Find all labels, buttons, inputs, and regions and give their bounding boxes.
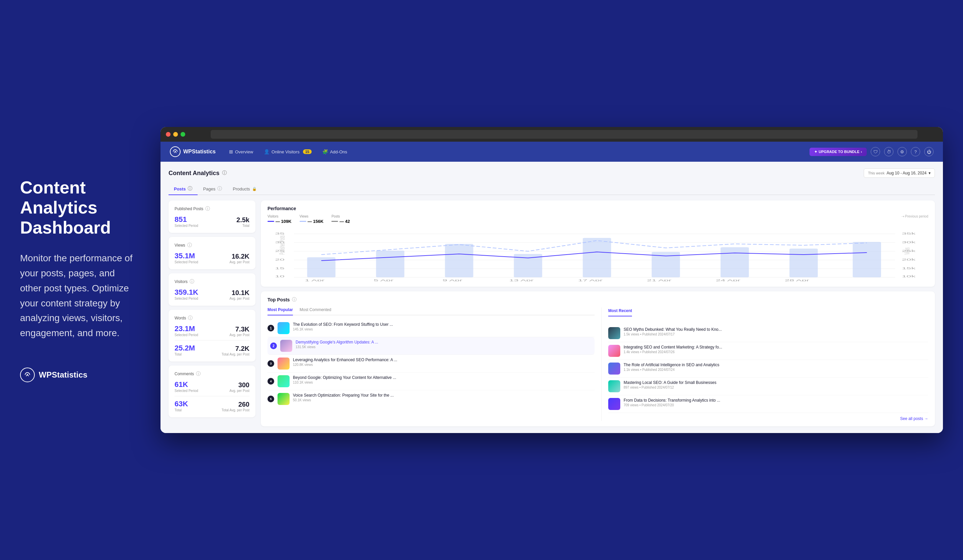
app-logo-icon <box>170 146 180 157</box>
published-posts-card: Published Posts ⓘ 851 Selected Period 2.… <box>169 201 255 233</box>
products-lock-icon: 🔒 <box>252 187 257 191</box>
svg-rect-28 <box>853 242 881 277</box>
left-panel: Content Analytics Dashboard Monitor the … <box>0 151 154 409</box>
svg-text:Published Posts: Published Posts <box>278 236 286 255</box>
shield-icon-btn[interactable]: 🛡 <box>871 147 880 156</box>
power-icon-btn[interactable]: ⏻ <box>924 147 934 156</box>
date-range-button[interactable]: This week Aug 10 - Aug 16, 2024 ▾ <box>864 168 935 178</box>
legend-visitors: Visitors — 109K <box>268 215 292 224</box>
posts-tab-info-icon: ⓘ <box>188 186 192 192</box>
recent-post-meta-1: 1.5k views • Published 2024/07/17 <box>624 332 928 336</box>
overview-icon: ⊞ <box>229 149 233 154</box>
app-logo-text: WPStatistics <box>183 149 216 155</box>
recent-post-title-5: From Data to Decisions: Transforming Ana… <box>624 398 928 403</box>
recent-post-item-1: SEO Myths Debunked: What You Really Need… <box>608 324 928 342</box>
views-info-icon: ⓘ <box>187 242 192 248</box>
see-all-posts-link[interactable]: See all posts → <box>608 416 928 421</box>
help-icon-btn[interactable]: ? <box>911 147 920 156</box>
nav-items: ⊞ Overview 👤 Online Visitors 15 🧩 Add-On… <box>229 149 809 154</box>
post-rank-1: 1 <box>268 325 274 332</box>
comments-card: Comments ⓘ 61K Selected Period 300 Avg. … <box>169 366 255 418</box>
tab-posts[interactable]: Posts ⓘ <box>169 183 198 195</box>
tab-products[interactable]: Products 🔒 <box>227 183 262 195</box>
tab-most-popular[interactable]: Most Popular <box>268 308 293 316</box>
upgrade-icon: ✦ <box>814 150 817 154</box>
svg-text:28 Apr: 28 Apr <box>785 279 809 281</box>
recent-post-meta-3: 1.1k views • Published 2024/07/24 <box>624 368 928 372</box>
published-posts-info-icon: ⓘ <box>205 206 210 212</box>
svg-text:35k: 35k <box>902 232 916 235</box>
svg-text:35: 35 <box>275 232 285 235</box>
words-card: Words ⓘ 23.1M Selected Period 7.3K Avg. … <box>169 310 255 361</box>
nav-overview[interactable]: ⊞ Overview <box>229 149 253 154</box>
tab-pages[interactable]: Pages ⓘ <box>198 183 227 195</box>
post-info-2: Demystifying Google's Algorithm Updates:… <box>296 340 592 349</box>
svg-text:10k: 10k <box>902 275 916 278</box>
views-header: Views ⓘ <box>175 242 250 248</box>
recent-post-meta-2: 1.4k views • Published 2024/07/26 <box>624 350 928 354</box>
post-title-4: Beyond Google: Optimizing Your Content f… <box>293 375 595 380</box>
svg-rect-27 <box>790 249 818 277</box>
svg-text:10: 10 <box>275 275 285 278</box>
comments-header: Comments ⓘ <box>175 371 250 377</box>
dot-minimize[interactable] <box>173 132 178 137</box>
recent-post-item-2: Integrating SEO and Content Marketing: A… <box>608 342 928 360</box>
clock-icon-btn[interactable]: ⏱ <box>884 147 893 156</box>
dot-close[interactable] <box>166 132 170 137</box>
visitors-info-icon: ⓘ <box>190 279 194 285</box>
post-thumb-1 <box>277 322 290 334</box>
post-title-5: Voice Search Optimization: Preparing You… <box>293 393 595 398</box>
posts-tabs-left: Most Popular Most Commented <box>268 308 595 316</box>
top-posts-card: Top Posts ⓘ Most Popular Most Commented … <box>261 291 935 426</box>
post-title-1: The Evolution of SEO: From Keyword Stuff… <box>293 322 595 327</box>
top-posts-title: Top Posts <box>268 297 290 303</box>
published-posts-header: Published Posts ⓘ <box>175 206 250 212</box>
recent-post-thumb-img-1 <box>608 327 620 339</box>
post-rank-4: 4 <box>268 378 274 385</box>
upgrade-button[interactable]: ✦ UPGRADE TO BUNDLE › <box>809 148 867 156</box>
post-thumb-img-4 <box>277 375 290 387</box>
performance-chart-svg: 35 30 25 20 15 10 35k 30k 25k 20k 15k <box>268 228 928 281</box>
top-posts-content: Most Popular Most Commented 1 The Evolut… <box>268 308 928 421</box>
recent-post-meta-4: 897 views • Published 2024/07/12 <box>624 385 928 389</box>
svg-text:1 Apr: 1 Apr <box>305 279 325 281</box>
dot-maximize[interactable] <box>180 132 185 137</box>
settings-icon-btn[interactable]: ⚙ <box>897 147 907 156</box>
nav-addons[interactable]: 🧩 Add-Ons <box>323 149 347 154</box>
post-meta-5: 50.1K views <box>293 398 595 402</box>
recent-post-thumb-1 <box>608 327 620 339</box>
svg-text:24 Apr: 24 Apr <box>716 279 741 281</box>
browser-window: WPStatistics ⊞ Overview 👤 Online Visitor… <box>160 127 943 433</box>
most-recent-label[interactable]: Most Recent <box>608 308 632 316</box>
svg-text:20: 20 <box>275 258 285 261</box>
recent-post-thumb-img-2 <box>608 345 620 357</box>
post-rank-5: 5 <box>268 396 274 402</box>
recent-post-thumb-img-3 <box>608 363 620 375</box>
views-card: Views ⓘ 35.1M Selected Period 16.2K Avg.… <box>169 237 255 269</box>
recent-post-title-2: Integrating SEO and Content Marketing: A… <box>624 345 928 350</box>
recent-post-title-1: SEO Myths Debunked: What You Really Need… <box>624 327 928 332</box>
svg-rect-22 <box>445 244 473 277</box>
recent-post-meta-5: 709 views • Published 2024/07/20 <box>624 403 928 407</box>
pages-tab-info-icon: ⓘ <box>217 186 222 192</box>
recent-post-item-5: From Data to Decisions: Transforming Ana… <box>608 395 928 413</box>
post-item-3: 3 Leveraging Analytics for Enhanced SEO … <box>268 355 595 372</box>
recent-post-thumb-4 <box>608 380 620 392</box>
app-content: Content Analytics ⓘ This week Aug 10 - A… <box>160 162 943 433</box>
recent-post-info-1: SEO Myths Debunked: What You Really Need… <box>624 327 928 336</box>
recent-post-info-2: Integrating SEO and Content Marketing: A… <box>624 345 928 354</box>
performance-title: Performance <box>268 206 928 211</box>
left-description: Monitor the performance of your posts, p… <box>20 251 134 341</box>
post-title-3: Leveraging Analytics for Enhanced SEO Pe… <box>293 358 595 362</box>
nav-online-visitors[interactable]: 👤 Online Visitors 15 <box>264 149 312 154</box>
posts-line <box>331 221 338 222</box>
published-posts-left: 851 Selected Period <box>175 215 198 228</box>
app-logo: WPStatistics <box>170 146 216 157</box>
visitors-header: Visitors ⓘ <box>175 279 250 285</box>
post-thumb-img-5 <box>277 393 290 405</box>
views-row: 35.1M Selected Period 16.2K Avg. per Pos… <box>175 252 250 264</box>
tab-most-commented[interactable]: Most Commented <box>300 308 331 316</box>
left-title: Content Analytics Dashboard <box>20 178 134 238</box>
prev-period-label: ⇢ Previous period <box>901 215 928 218</box>
recent-post-thumb-img-4 <box>608 380 620 392</box>
